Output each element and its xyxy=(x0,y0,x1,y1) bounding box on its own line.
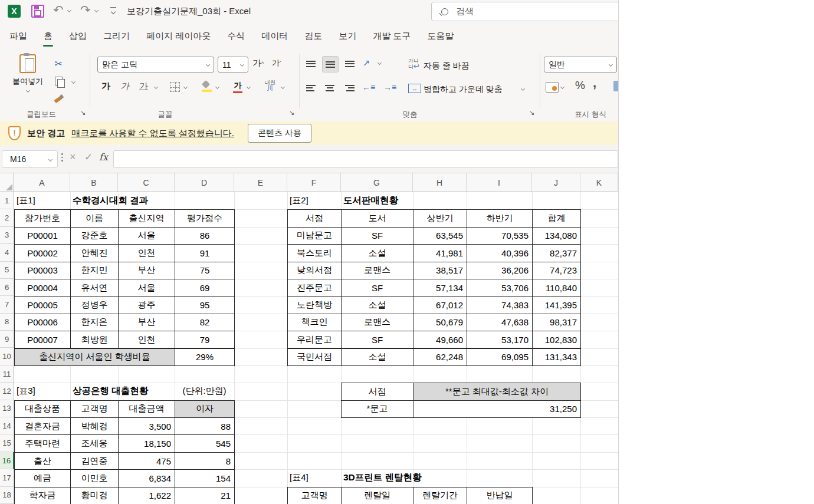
cell-C7[interactable]: 광주 xyxy=(118,296,175,314)
orientation-icon[interactable] xyxy=(363,58,370,68)
cell-D12[interactable]: (단위:만원) xyxy=(175,383,234,400)
row-header-12[interactable]: 12 xyxy=(0,383,14,400)
cell-C18[interactable]: 1,622 xyxy=(118,487,175,504)
row-header-4[interactable]: 4 xyxy=(0,244,14,261)
phonetic-guide-icon[interactable]: 내천川 xyxy=(264,80,277,94)
cell-F9[interactable]: 우리문고 xyxy=(287,331,342,348)
column-header-I[interactable]: I xyxy=(467,173,532,192)
cell-B18[interactable]: 황미경 xyxy=(70,487,119,504)
cell-H5[interactable]: 38,517 xyxy=(413,262,467,279)
cell-B15[interactable]: 조세웅 xyxy=(70,434,119,452)
cell-C17[interactable]: 6,834 xyxy=(118,469,175,487)
cell-B12[interactable]: 상공은행 대출현황 xyxy=(70,383,175,400)
cell-I5[interactable]: 36,206 xyxy=(467,262,533,279)
cell-C3[interactable]: 서울 xyxy=(118,227,175,245)
cancel-icon[interactable]: × xyxy=(70,151,76,163)
tab-페이지 레이아웃[interactable]: 페이지 레이아웃 xyxy=(138,22,219,50)
cell-J6[interactable]: 110,840 xyxy=(532,279,581,297)
decrease-indent-icon[interactable]: ←≡ xyxy=(362,83,375,92)
cell-D16[interactable]: 8 xyxy=(175,452,235,470)
cell-A5[interactable]: P00003 xyxy=(14,262,71,279)
cell-H13[interactable]: 31,250 xyxy=(413,400,581,418)
cell-G6[interactable]: SF xyxy=(341,279,413,297)
cell-G2[interactable]: 도서 xyxy=(341,209,413,227)
cell-I2[interactable]: 하반기 xyxy=(467,209,533,227)
cell-I8[interactable]: 47,638 xyxy=(467,314,533,331)
tab-데이터[interactable]: 데이터 xyxy=(253,22,296,50)
cell-C2[interactable]: 출신지역 xyxy=(118,209,175,227)
name-box-dropdown-icon[interactable] xyxy=(48,157,52,161)
cell-B4[interactable]: 안혜진 xyxy=(70,244,119,262)
borders-dropdown-icon[interactable] xyxy=(183,85,188,89)
cell-C8[interactable]: 부산 xyxy=(118,314,175,331)
cell-D2[interactable]: 평가점수 xyxy=(175,209,235,227)
cell-G10[interactable]: 소설 xyxy=(341,348,413,366)
tab-삽입[interactable]: 삽입 xyxy=(61,22,95,50)
cell-G5[interactable]: 로맨스 xyxy=(341,262,413,279)
cell-A16[interactable]: 출산 xyxy=(14,452,71,470)
save-icon[interactable] xyxy=(31,5,44,18)
merge-center-label[interactable]: 병합하고 가운데 맞춤 xyxy=(424,84,503,95)
cell-D14[interactable]: 88 xyxy=(175,417,235,435)
font-dialog-launcher-icon[interactable] xyxy=(289,109,294,117)
cell-J7[interactable]: 141,395 xyxy=(532,296,581,314)
cell-I7[interactable]: 74,383 xyxy=(467,296,533,314)
font-size-select[interactable]: 11 xyxy=(218,57,248,73)
insert-function-icon[interactable]: fx xyxy=(99,151,108,163)
decrease-font-icon[interactable]: 가ˇ xyxy=(272,58,281,68)
row-header-11[interactable]: 11 xyxy=(0,365,14,383)
cell-B8[interactable]: 한지은 xyxy=(70,314,119,331)
comma-style-icon[interactable]: , xyxy=(593,75,596,91)
formula-input[interactable] xyxy=(113,150,618,168)
paste-button[interactable]: 붙여넣기 xyxy=(11,54,45,104)
cell-F2[interactable]: 서점 xyxy=(287,209,342,227)
cell-G1[interactable]: 도서판매현황 xyxy=(341,192,467,209)
accounting-format-icon[interactable] xyxy=(546,82,559,93)
cell-F5[interactable]: 낮의서점 xyxy=(287,262,342,279)
cell-D7[interactable]: 95 xyxy=(175,296,235,314)
cell-C15[interactable]: 18,150 xyxy=(118,434,175,452)
row-header-3[interactable]: 3 xyxy=(0,227,14,244)
cell-G17[interactable]: 3D프린트 렌탈현황 xyxy=(341,469,467,486)
tab-홈[interactable]: 홈 xyxy=(35,22,61,50)
column-header-E[interactable]: E xyxy=(234,173,287,192)
align-dialog-launcher-icon[interactable] xyxy=(529,109,534,117)
increase-decimal-icon[interactable] xyxy=(613,81,619,91)
cell-C6[interactable]: 서울 xyxy=(118,279,175,297)
cell-C16[interactable]: 475 xyxy=(118,452,175,470)
copy-icon[interactable] xyxy=(55,77,63,85)
cell-C9[interactable]: 인천 xyxy=(118,331,175,348)
cell-I10[interactable]: 69,095 xyxy=(467,348,533,366)
tab-검토[interactable]: 검토 xyxy=(296,22,330,50)
format-painter-icon[interactable] xyxy=(54,94,63,103)
cell-I18[interactable]: 반납일 xyxy=(467,487,533,504)
accounting-dropdown-icon[interactable] xyxy=(560,85,564,89)
cell-D13[interactable]: 이자 xyxy=(175,400,235,418)
cell-A7[interactable]: P00005 xyxy=(14,296,71,314)
cell-A14[interactable]: 결혼자금 xyxy=(14,417,71,435)
copy-dropdown-icon[interactable] xyxy=(71,80,76,84)
cell-C4[interactable]: 인천 xyxy=(118,244,175,262)
cell-I9[interactable]: 53,170 xyxy=(467,331,533,348)
align-bottom-icon[interactable] xyxy=(342,56,357,71)
cell-B16[interactable]: 김연중 xyxy=(70,452,119,470)
column-header-G[interactable]: G xyxy=(341,173,413,192)
cell-D10[interactable]: 29% xyxy=(175,348,235,366)
cell-C14[interactable]: 3,500 xyxy=(118,417,175,435)
cell-D6[interactable]: 69 xyxy=(175,279,235,297)
row-header-15[interactable]: 15 xyxy=(0,434,14,452)
cell-G13[interactable]: *문고 xyxy=(341,400,413,418)
cell-B5[interactable]: 한지민 xyxy=(70,262,119,279)
cell-H8[interactable]: 50,679 xyxy=(413,314,467,331)
excel-logo-icon[interactable] xyxy=(8,5,21,18)
cell-F4[interactable]: 북스토리 xyxy=(287,244,342,262)
cell-F3[interactable]: 미남문고 xyxy=(287,227,342,245)
redo-dropdown-icon[interactable] xyxy=(94,8,99,12)
column-header-A[interactable]: A xyxy=(14,173,70,192)
cell-A12[interactable]: [표3] xyxy=(14,383,70,400)
cell-F17[interactable]: [표4] xyxy=(287,469,341,486)
phonetic-dropdown-icon[interactable] xyxy=(281,85,285,89)
cell-H10[interactable]: 62,248 xyxy=(413,348,467,366)
clipboard-dialog-launcher-icon[interactable] xyxy=(80,109,86,117)
cell-G18[interactable]: 렌탈일 xyxy=(341,487,413,504)
